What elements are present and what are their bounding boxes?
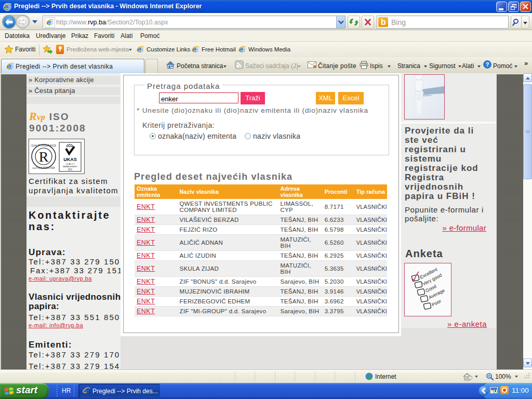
svg-text:?: ? (486, 61, 489, 68)
svg-text:001: 001 (68, 168, 73, 171)
svg-text:QUALITY ASSURANCE: QUALITY ASSURANCE (31, 144, 56, 147)
svg-text:MANAGEMENT: MANAGEMENT (63, 165, 78, 168)
svg-text:b: b (381, 18, 386, 26)
svg-text:Poor: Poor (431, 298, 442, 308)
svg-text:UKAS: UKAS (63, 157, 77, 162)
svg-text:LLOYD'S REGISTER: LLOYD'S REGISTER (33, 167, 56, 169)
svg-text:R: R (39, 149, 49, 165)
